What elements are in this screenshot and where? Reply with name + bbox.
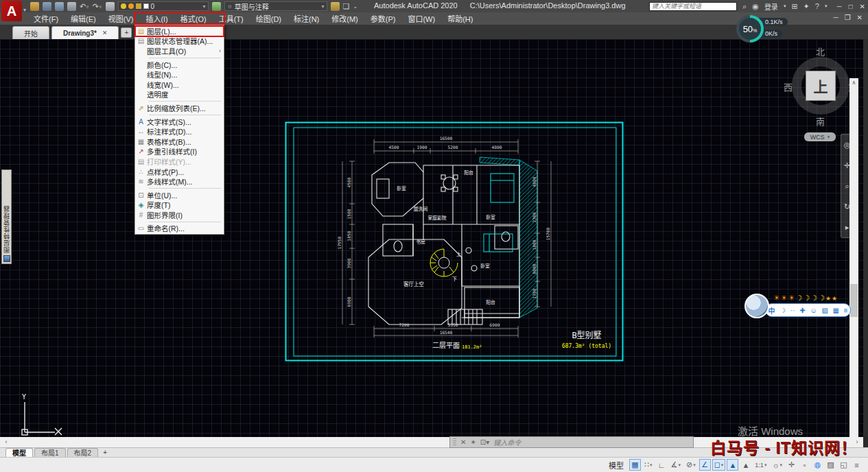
scroll-left-icon[interactable]: ‹ <box>1 437 11 447</box>
dropdown-caret-icon[interactable]: ▾ <box>779 462 782 468</box>
minimize-button[interactable]: ─ <box>836 3 841 10</box>
menu-编辑(E)[interactable]: 编辑(E) <box>64 12 102 25</box>
viewcube-north[interactable]: 北 <box>816 45 825 58</box>
layout-tab-布局1[interactable]: 布局1 <box>34 448 66 457</box>
dropdown-caret-icon[interactable]: ▾ <box>693 462 696 468</box>
sheet-set-icon[interactable] <box>331 2 340 11</box>
help-caret-icon[interactable]: ▾ <box>825 3 828 9</box>
workspace-combo[interactable]: ☼ 草图与注释 ▾ <box>224 1 327 11</box>
layer-combo-caret-icon[interactable]: ▾ <box>202 3 205 10</box>
search-icon[interactable]: ⌕ <box>742 2 747 11</box>
new-layout-button[interactable]: + <box>99 449 110 456</box>
menu-item-图层工具(O)[interactable]: 图层工具(O)› <box>135 46 224 56</box>
layer-manager-icon[interactable] <box>212 2 221 11</box>
layer-control-combo[interactable]: 0 ▾ <box>118 1 209 11</box>
menu-item-多线样式(M)...[interactable]: ≋多线样式(M)... <box>135 176 224 187</box>
clean-screen-icon[interactable]: ◱ <box>838 459 849 471</box>
customization-icon[interactable]: ≡ <box>851 459 863 471</box>
layout-tab-布局2[interactable]: 布局2 <box>67 448 99 457</box>
model-space-toggle[interactable]: 模型 <box>609 460 624 471</box>
annotation-scale[interactable]: 1:1▾ <box>753 459 769 471</box>
grid-display-icon[interactable]: ▦ <box>629 459 641 471</box>
menu-工具(T)[interactable]: 工具(T) <box>213 12 250 25</box>
dropdown-caret-icon[interactable]: ▾ <box>650 462 653 468</box>
command-input[interactable]: 键入命令 <box>493 437 521 447</box>
ime-emoji-icon[interactable]: ☺ <box>810 307 817 314</box>
isodraft-icon[interactable]: ⊘▾ <box>684 459 698 471</box>
sign-in-label[interactable]: 登录 <box>764 1 778 12</box>
dropdown-caret-icon[interactable]: ▾ <box>764 462 767 468</box>
menu-格式(O)[interactable]: 格式(O) <box>174 12 213 25</box>
print-icon[interactable] <box>106 2 115 11</box>
workspace-switching-icon[interactable]: ☼▾ <box>770 459 784 471</box>
viewcube-west[interactable]: 西 <box>784 80 793 93</box>
polar-tracking-icon[interactable]: ∡▾ <box>669 459 683 471</box>
open-icon[interactable] <box>30 2 39 11</box>
menu-文件(F)[interactable]: 文件(F) <box>27 12 64 25</box>
menu-item-图层(L)...[interactable]: ▤图层(L)... <box>135 26 224 36</box>
menu-修改(M)[interactable]: 修改(M) <box>325 12 364 25</box>
graphics-performance-icon[interactable]: ◍ <box>812 459 823 471</box>
scroll-up-icon[interactable]: ∧ <box>849 78 858 87</box>
tab-start[interactable]: 开始 <box>12 26 49 39</box>
viewcube-top-face[interactable]: 上 <box>806 71 836 101</box>
layer-properties-palette-tab[interactable]: 图层特性管理器 <box>1 169 12 264</box>
help-icon[interactable]: ? <box>815 2 819 10</box>
snap-mode-icon[interactable]: ∷▾ <box>642 459 655 471</box>
qat-customize-icon[interactable]: ⌄ <box>353 3 357 10</box>
command-history-icon[interactable]: ⊡▾ <box>480 438 489 446</box>
ime-toolbar[interactable]: 中 ☽ ·· ✚ ☺ ▧ ▦ ≡ <box>765 303 851 317</box>
new-drawing-icon[interactable]: ❏ <box>343 2 350 11</box>
viewcube[interactable]: 上 北 南 西 东 <box>788 45 854 127</box>
share-icon[interactable]: ✦ <box>804 2 810 11</box>
object-snap-icon[interactable]: ◻▾ <box>712 459 726 471</box>
tab-close-icon[interactable]: ✕ <box>102 30 108 36</box>
signin-caret-icon[interactable]: ▾ <box>784 3 786 9</box>
object-snap-tracking-icon[interactable]: ∠ <box>699 459 711 471</box>
save-icon[interactable] <box>43 2 51 11</box>
menu-item-比例缩放列表(E)...[interactable]: ⇗比例缩放列表(E)... <box>135 103 224 113</box>
app-menu-caret-icon[interactable]: ▾ <box>23 7 26 13</box>
menu-item-线型(N)...[interactable]: 线型(N)... <box>135 69 224 80</box>
menu-item-线宽(W)...[interactable]: 线宽(W)... <box>135 80 224 90</box>
viewcube-south[interactable]: 南 <box>816 115 825 128</box>
new-tab-button[interactable]: + <box>121 27 132 38</box>
menu-标注(N)[interactable]: 标注(N) <box>288 12 325 25</box>
menu-item-厚度(T)[interactable]: ◈厚度(T) <box>135 200 224 211</box>
menu-item-图层状态管理器(A)...[interactable]: ▤图层状态管理器(A)... <box>135 36 224 47</box>
menu-item-文字样式(S)...[interactable]: A文字样式(S)... <box>135 117 224 127</box>
menu-帮助(H)[interactable]: 帮助(H) <box>441 12 479 25</box>
doc-restore-button[interactable]: ❐ <box>845 14 851 21</box>
save-as-icon[interactable] <box>55 2 64 11</box>
menu-视图(V)[interactable]: 视图(V) <box>102 12 140 25</box>
wcs-menu[interactable]: WCS▾ <box>804 132 836 141</box>
drawing-canvas[interactable]: 图层特性管理器 <box>0 39 863 437</box>
vertical-scrollbar[interactable]: ∧ ∨ <box>849 78 858 437</box>
ime-avatar[interactable] <box>744 294 769 318</box>
doc-minimize-button[interactable]: ─ <box>834 14 838 21</box>
ime-more-icon[interactable]: ≡ <box>844 307 848 314</box>
command-line[interactable]: ✕ ✶ ⊡▾ 键入命令 <box>449 436 694 448</box>
layout-tab-模型[interactable]: 模型 <box>5 448 33 457</box>
ime-punctuation-icon[interactable]: ·· <box>790 307 795 314</box>
close-button[interactable]: ✕ <box>860 3 865 10</box>
account-icon[interactable]: ◉ <box>752 2 759 11</box>
command-close-icon[interactable]: ✕ <box>460 438 466 446</box>
vertical-scroll-thumb[interactable] <box>850 284 858 317</box>
app-store-icon[interactable]: ⊞ <box>791 2 797 11</box>
doc-close-button[interactable]: ✕ <box>857 14 863 21</box>
menu-item-图形界限(I)[interactable]: #图形界限(I) <box>135 210 224 220</box>
undo-icon[interactable]: ↶▾ <box>80 2 89 11</box>
dropdown-caret-icon[interactable]: ▾ <box>721 462 724 468</box>
menu-窗口(W)[interactable]: 窗口(W) <box>401 12 441 25</box>
ortho-mode-icon[interactable]: ∟ <box>656 459 668 471</box>
app-menu-button[interactable]: A <box>1 1 22 21</box>
ime-appbox-icon[interactable]: ▦ <box>833 307 839 314</box>
menu-item-颜色(C)...[interactable]: 颜色(C)... <box>135 60 224 70</box>
maximize-button[interactable]: □ <box>849 3 853 10</box>
menu-item-单位(U)...[interactable]: ⊡单位(U)... <box>135 190 224 200</box>
command-drag-handle[interactable] <box>453 438 456 446</box>
dropdown-caret-icon[interactable]: ▾ <box>678 462 681 468</box>
plot-icon[interactable] <box>67 2 76 11</box>
menu-绘图(D)[interactable]: 绘图(D) <box>250 12 288 25</box>
